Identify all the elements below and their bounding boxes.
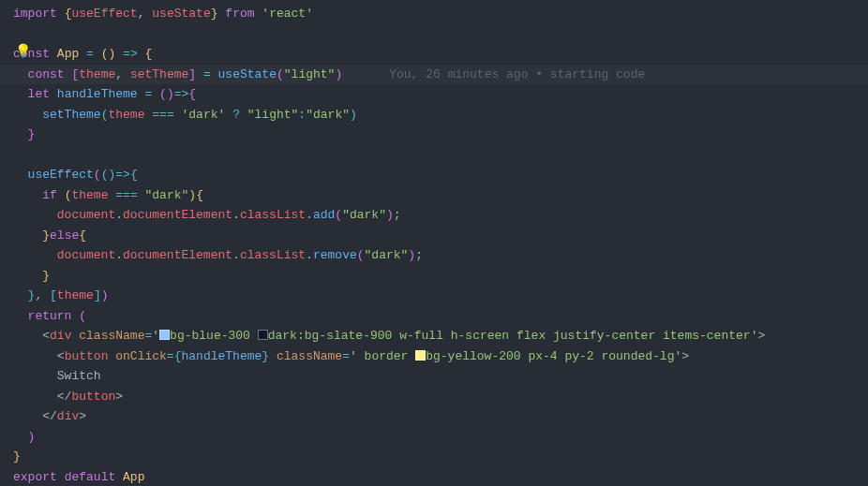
function: remove: [313, 248, 357, 262]
brace: }: [42, 228, 50, 243]
bracket: [: [50, 288, 57, 302]
arrow: =>: [123, 47, 138, 61]
code-line: }, [theme]): [13, 286, 868, 306]
function: setTheme: [42, 108, 100, 122]
identifier: documentElement: [123, 248, 232, 262]
semicolon: ;: [415, 248, 423, 262]
tag-open: <: [57, 349, 65, 363]
code-line: setTheme(theme === 'dark' ? "light":"dar…: [13, 105, 868, 125]
paren: (: [357, 248, 365, 262]
paren: (: [335, 208, 342, 222]
paren: ): [167, 87, 174, 101]
arrow: =>: [115, 168, 130, 182]
brace: }: [42, 269, 50, 283]
brace: {: [130, 168, 138, 182]
code-line: </button>: [13, 387, 868, 407]
string: 'react': [262, 7, 313, 21]
code-line: ): [13, 427, 868, 448]
tag-open: <: [42, 329, 50, 343]
tag-close: >: [757, 329, 765, 343]
keyword: else: [50, 228, 79, 243]
identifier: document: [57, 208, 115, 222]
paren: (: [277, 67, 284, 81]
string: ': [152, 329, 159, 343]
dot: .: [115, 208, 123, 222]
string: w-full h-screen flex justify-center item…: [399, 329, 750, 343]
text: Switch: [57, 369, 101, 383]
code-line: return (: [13, 306, 868, 327]
brace: }: [262, 349, 269, 363]
identifier: classList: [240, 248, 306, 262]
operator: :: [298, 108, 306, 122]
brace: }: [28, 127, 36, 141]
paren: ): [28, 430, 36, 444]
code-line: 💡const App = () => {: [13, 44, 868, 65]
arrow: =>: [174, 87, 189, 101]
function: useEffect: [28, 168, 94, 182]
tag-open: </: [42, 409, 57, 423]
paren: ): [386, 208, 394, 222]
operator: ===: [152, 108, 173, 122]
code-line: if (theme === "dark"){: [13, 185, 868, 206]
dot: .: [232, 248, 240, 262]
bracket: ]: [188, 67, 196, 81]
brace: {: [196, 188, 203, 202]
code-line: document.documentElement.classList.add("…: [13, 205, 868, 226]
dot: .: [306, 208, 313, 222]
brace: {: [145, 47, 153, 61]
tag-name: button: [65, 349, 109, 363]
identifier: useState: [152, 7, 210, 21]
operator: =: [86, 47, 94, 61]
identifier: theme: [71, 188, 108, 202]
paren: (: [159, 87, 167, 101]
identifier: theme: [79, 67, 115, 81]
operator: =: [167, 349, 174, 363]
tag-name: div: [50, 329, 71, 343]
string: 'dark': [182, 108, 226, 122]
dot: .: [115, 248, 123, 262]
code-line: }: [13, 447, 868, 467]
color-swatch-icon: [258, 330, 268, 340]
code-editor[interactable]: import {useEffect, useState} from 'react…: [13, 4, 868, 486]
keyword: import: [13, 7, 57, 21]
code-line: </div>: [13, 406, 868, 427]
identifier: handleTheme: [57, 87, 138, 101]
code-line: [13, 145, 868, 166]
code-line: }: [13, 125, 868, 145]
lightbulb-icon[interactable]: 💡: [15, 42, 31, 63]
paren: ): [408, 248, 415, 262]
tag-close: >: [681, 349, 689, 363]
operator: =: [144, 87, 152, 101]
identifier: handleTheme: [181, 349, 262, 363]
string: "light": [284, 67, 336, 81]
keyword: return: [28, 309, 72, 323]
string: bg-blue-300: [170, 329, 258, 343]
git-blame-annotation: You, 26 minutes ago • starting code: [389, 67, 645, 81]
comma: ,: [115, 67, 123, 81]
string: "dark": [306, 108, 350, 122]
identifier: App: [57, 47, 79, 61]
string: border: [357, 349, 415, 363]
paren: (: [94, 168, 101, 182]
code-line: <div className='bg-blue-300 dark:bg-slat…: [13, 326, 868, 346]
bracket: ]: [94, 288, 101, 302]
string: dark:bg-slate-900: [268, 329, 399, 343]
code-line: document.documentElement.classList.remov…: [13, 245, 868, 266]
color-swatch-icon: [415, 350, 426, 361]
attr: className: [277, 349, 342, 363]
code-line: <button onClick={handleTheme} className=…: [13, 346, 868, 367]
tag-close: >: [115, 390, 123, 404]
attr: className: [79, 329, 144, 343]
attr: onClick: [115, 349, 167, 363]
code-line: }: [13, 266, 868, 287]
color-swatch-icon: [159, 330, 170, 340]
brace: }: [211, 7, 218, 21]
code-line: import {useEffect, useState} from 'react…: [13, 4, 868, 24]
code-line: let handleTheme = ()=>{: [13, 84, 868, 105]
identifier: document: [57, 248, 115, 262]
string: px-4 py-2 rounded-lg: [528, 349, 674, 363]
tag-name: div: [57, 409, 79, 423]
identifier: App: [123, 470, 144, 484]
keyword: let: [28, 87, 50, 101]
paren: ): [350, 108, 357, 122]
